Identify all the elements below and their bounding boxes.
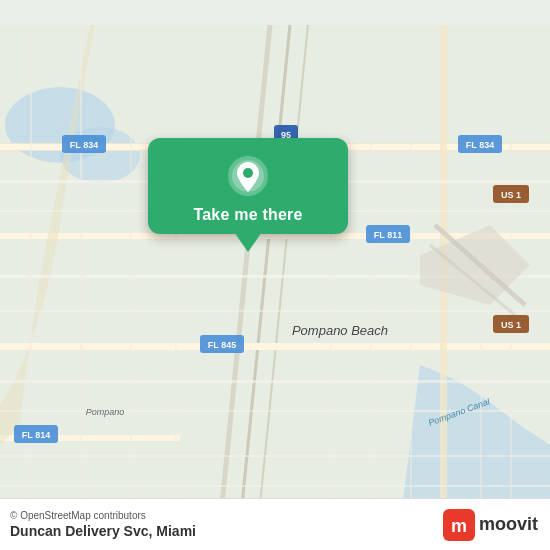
bottom-info: © OpenStreetMap contributors Duncan Deli… [10,510,196,539]
map-background: FL 834 FL 834 FL 811 95 US 1 US 1 FL 845… [0,0,550,550]
svg-text:Pompano Beach: Pompano Beach [292,323,388,338]
svg-rect-23 [175,25,177,525]
moovit-logo: m moovit [443,509,538,541]
svg-text:Pompano: Pompano [86,407,125,417]
svg-rect-16 [0,380,550,383]
svg-rect-21 [80,25,82,525]
svg-rect-19 [0,485,550,487]
svg-rect-22 [130,25,132,525]
svg-text:m: m [451,516,467,536]
svg-rect-9 [0,343,550,350]
moovit-logo-icon: m [443,509,475,541]
svg-text:FL 834: FL 834 [466,140,494,150]
svg-text:FL 845: FL 845 [208,340,236,350]
svg-rect-18 [0,455,550,457]
svg-text:US 1: US 1 [501,320,521,330]
svg-text:FL 811: FL 811 [374,230,402,240]
svg-rect-24 [330,25,332,525]
location-name: Duncan Delivery Svc, Miami [10,523,196,539]
svg-point-52 [243,168,253,178]
map-attribution: © OpenStreetMap contributors [10,510,196,521]
popup-take-me-there-label: Take me there [193,206,302,224]
svg-rect-20 [30,25,32,525]
svg-rect-25 [370,25,372,525]
map-container: FL 834 FL 834 FL 811 95 US 1 US 1 FL 845… [0,0,550,550]
bottom-bar: © OpenStreetMap contributors Duncan Deli… [0,498,550,550]
moovit-brand-text: moovit [479,514,538,535]
svg-rect-15 [0,310,550,312]
location-pin-icon [226,154,270,198]
svg-text:FL 814: FL 814 [22,430,50,440]
svg-text:US 1: US 1 [501,190,521,200]
svg-rect-26 [410,25,412,525]
svg-text:FL 834: FL 834 [70,140,98,150]
popup-card[interactable]: Take me there [148,138,348,234]
